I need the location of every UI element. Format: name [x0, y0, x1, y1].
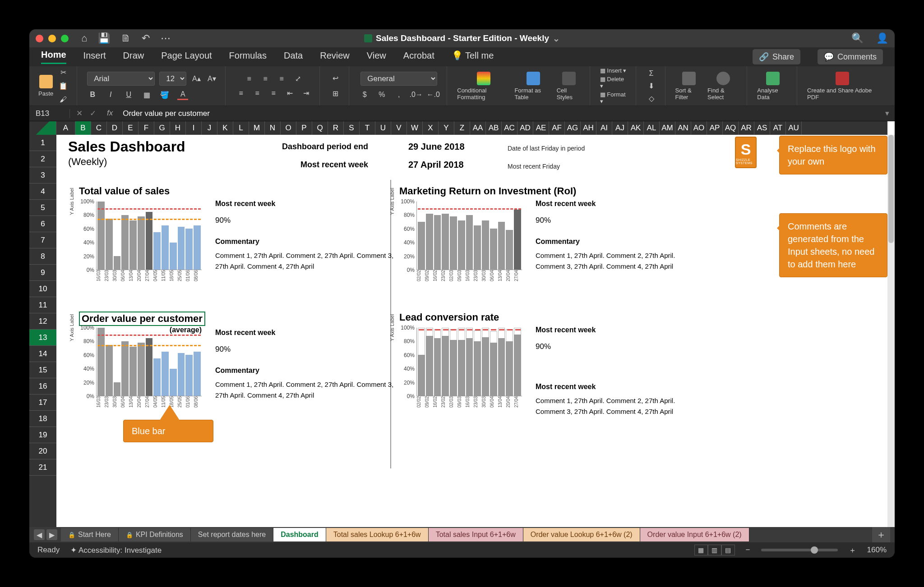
col-header[interactable]: I [186, 121, 202, 135]
row-header[interactable]: 17 [29, 394, 56, 411]
font-size-select[interactable]: 12 [159, 72, 186, 86]
row-header[interactable]: 12 [29, 313, 56, 330]
tell-me[interactable]: 💡 Tell me [452, 50, 494, 64]
row-header[interactable]: 14 [29, 346, 56, 362]
row-header[interactable]: 5 [29, 200, 56, 216]
col-header[interactable]: AG [565, 121, 581, 135]
font-name-select[interactable]: Arial [87, 72, 155, 86]
dec-decimal-icon[interactable]: ←.0 [428, 89, 439, 100]
row-header[interactable]: 15 [29, 362, 56, 378]
align-top-icon[interactable]: ≡ [244, 73, 254, 84]
expand-formula-icon[interactable]: ▾ [885, 109, 895, 118]
conditional-formatting-button[interactable]: Conditional Formatting [457, 72, 510, 101]
row-header[interactable]: 3 [29, 167, 56, 183]
col-header[interactable]: R [328, 121, 344, 135]
sheet-tab[interactable]: Total sales Lookup 6+1+6w [326, 528, 429, 541]
tab-page-layout[interactable]: Page Layout [161, 50, 212, 64]
number-format-select[interactable]: General [360, 72, 437, 86]
confirm-formula-icon[interactable]: ✓ [90, 109, 96, 118]
paste-button[interactable]: Paste [38, 75, 53, 97]
tab-view[interactable]: View [367, 50, 386, 64]
border-button[interactable]: ▦ [141, 89, 152, 100]
clear-icon[interactable]: ◇ [646, 93, 657, 104]
align-center-icon[interactable]: ≡ [252, 88, 263, 99]
col-header[interactable]: Z [454, 121, 470, 135]
align-bottom-icon[interactable]: ≡ [276, 73, 287, 84]
next-sheet-button[interactable]: ▶ [46, 529, 57, 540]
col-header[interactable]: M [249, 121, 265, 135]
zoom-in-button[interactable]: ＋ [849, 545, 856, 555]
formula-input[interactable]: Order value per customer [119, 109, 210, 118]
prev-sheet-button[interactable]: ◀ [34, 529, 45, 540]
col-header[interactable]: C [91, 121, 107, 135]
indent-right-icon[interactable]: ⇥ [300, 88, 311, 99]
comments-button[interactable]: 💬 Comments [818, 49, 883, 64]
row-header[interactable]: 6 [29, 216, 56, 232]
cut-icon[interactable]: ✂ [58, 67, 69, 78]
vertical-scrollbar[interactable] [887, 135, 895, 527]
col-header[interactable]: AL [644, 121, 660, 135]
find-select-button[interactable]: Find & Select [707, 72, 739, 101]
more-icon[interactable]: ⋯ [161, 32, 171, 44]
row-header[interactable]: 7 [29, 232, 56, 248]
col-header[interactable]: X [423, 121, 439, 135]
row-header[interactable]: 1 [29, 135, 56, 151]
col-header[interactable]: S [344, 121, 360, 135]
col-header[interactable]: AO [691, 121, 707, 135]
wrap-text-icon[interactable]: ↩ [330, 73, 341, 84]
name-box[interactable]: B13 [29, 109, 70, 118]
col-header[interactable]: J [202, 121, 217, 135]
col-header[interactable]: AU [786, 121, 802, 135]
tab-draw[interactable]: Draw [123, 50, 144, 64]
page-break-view-button[interactable]: ▤ [721, 545, 735, 555]
sort-filter-button[interactable]: Sort & Filter [675, 72, 703, 101]
tab-formulas[interactable]: Formulas [229, 50, 267, 64]
col-header[interactable]: F [139, 121, 154, 135]
merge-icon[interactable]: ⊞ [330, 88, 341, 99]
col-header[interactable]: H [170, 121, 186, 135]
orientation-icon[interactable]: ⤢ [292, 73, 303, 84]
fill-color-button[interactable]: 🪣 [159, 89, 170, 100]
row-header[interactable]: 8 [29, 248, 56, 265]
analyse-data-button[interactable]: Analyse Data [757, 72, 789, 101]
row-header[interactable]: 18 [29, 411, 56, 427]
col-header[interactable]: P [296, 121, 312, 135]
select-all-corner[interactable] [29, 121, 56, 135]
save-icon[interactable]: 💾 [98, 32, 110, 44]
format-as-table-button[interactable]: Format as Table [514, 72, 552, 101]
sheet-tab[interactable]: Order value Input 6+1+6w (2) [640, 528, 749, 541]
autosum-icon[interactable]: Σ [646, 68, 657, 79]
row-header[interactable]: 13 [29, 330, 56, 346]
inc-decimal-icon[interactable]: .0→ [411, 89, 421, 100]
col-header[interactable]: T [360, 121, 375, 135]
zoom-window-button[interactable] [61, 35, 69, 42]
format-cells-button[interactable]: ▦ Format ▾ [600, 91, 628, 105]
page-layout-view-button[interactable]: ▥ [708, 545, 721, 555]
align-right-icon[interactable]: ≡ [268, 88, 279, 99]
normal-view-button[interactable]: ▦ [694, 545, 708, 555]
comma-icon[interactable]: , [393, 89, 404, 100]
col-header[interactable]: AJ [612, 121, 628, 135]
col-header[interactable]: AS [754, 121, 770, 135]
account-icon[interactable]: 👤 [876, 32, 888, 44]
align-middle-icon[interactable]: ≡ [260, 73, 271, 84]
zoom-out-button[interactable]: − [746, 546, 750, 555]
tab-data[interactable]: Data [284, 50, 303, 64]
tab-review[interactable]: Review [320, 50, 350, 64]
col-header[interactable]: E [123, 121, 139, 135]
delete-cells-button[interactable]: ▦ Delete ▾ [600, 76, 628, 89]
zoom-level[interactable]: 160% [867, 546, 887, 555]
cancel-formula-icon[interactable]: ✕ [76, 109, 83, 118]
sheet-tab[interactable]: 🔒Start Here [61, 528, 119, 541]
col-header[interactable]: Q [312, 121, 328, 135]
zoom-slider[interactable] [761, 549, 838, 551]
col-header[interactable]: AT [770, 121, 786, 135]
col-header[interactable]: B [75, 121, 91, 135]
share-button[interactable]: 🔗 Share [753, 49, 800, 64]
col-header[interactable]: V [391, 121, 407, 135]
col-header[interactable]: AR [739, 121, 754, 135]
col-header[interactable]: AA [470, 121, 486, 135]
decrease-font-icon[interactable]: A▾ [206, 73, 217, 84]
percent-icon[interactable]: % [376, 89, 387, 100]
col-header[interactable]: AC [502, 121, 517, 135]
